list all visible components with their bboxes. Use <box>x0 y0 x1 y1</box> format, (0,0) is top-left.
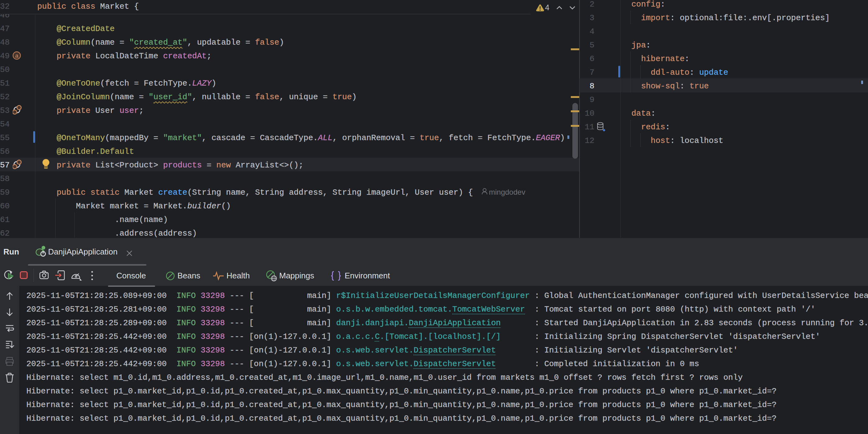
svg-text:a: a <box>15 53 19 59</box>
svg-text:mingdodev: mingdodev <box>489 188 525 196</box>
